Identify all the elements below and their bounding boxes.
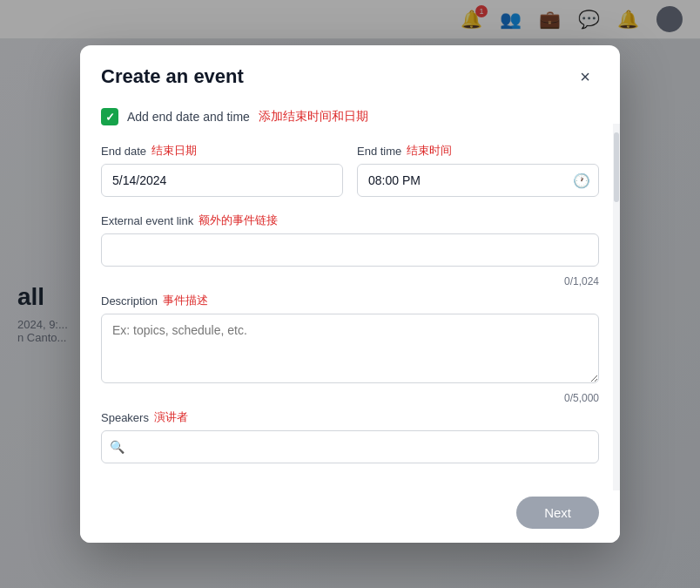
- speakers-search-wrapper: 🔍: [101, 430, 599, 463]
- end-time-group: End time 结束时间 🕐: [357, 143, 599, 197]
- external-link-group: External event link 额外的事件链接 0/1,024: [101, 213, 599, 287]
- next-button[interactable]: Next: [516, 497, 599, 529]
- end-date-label-zh: 结束日期: [151, 143, 197, 159]
- description-label: Description 事件描述: [101, 293, 599, 308]
- add-end-date-label-zh: 添加结束时间和日期: [259, 109, 368, 125]
- description-group: Description 事件描述 0/5,000: [101, 293, 599, 404]
- speakers-search-input[interactable]: [101, 430, 599, 463]
- scroll-thumb: [614, 132, 619, 202]
- description-textarea[interactable]: [101, 314, 599, 383]
- external-link-char-count: 0/1,024: [101, 275, 599, 287]
- modal-overlay: Create an event × Add end date and time …: [0, 0, 700, 588]
- speakers-label-zh: 演讲者: [154, 409, 188, 425]
- scrollbar[interactable]: [613, 124, 620, 490]
- end-date-group: End date 结束日期: [101, 143, 343, 197]
- external-link-label: External event link 额外的事件链接: [101, 213, 599, 228]
- description-label-zh: 事件描述: [163, 293, 208, 308]
- speakers-label: Speakers 演讲者: [101, 409, 599, 425]
- close-button[interactable]: ×: [571, 63, 599, 91]
- search-icon: 🔍: [110, 440, 125, 454]
- modal-footer: Next: [80, 486, 620, 543]
- external-link-input[interactable]: [101, 233, 599, 267]
- modal-title: Create an event: [101, 65, 244, 88]
- external-link-label-zh: 额外的事件链接: [199, 213, 278, 228]
- end-datetime-row: End date 结束日期 End time 结束时间 🕐: [101, 143, 599, 197]
- add-end-date-checkbox[interactable]: [101, 108, 118, 125]
- end-time-input[interactable]: [357, 164, 599, 197]
- end-date-label: End date 结束日期: [101, 143, 343, 159]
- end-time-label-zh: 结束时间: [407, 143, 452, 159]
- add-end-date-label-en: Add end date and time: [127, 110, 250, 124]
- create-event-modal: Create an event × Add end date and time …: [80, 45, 620, 543]
- add-end-date-row: Add end date and time 添加结束时间和日期: [101, 105, 599, 125]
- speakers-group: Speakers 演讲者 🔍: [101, 409, 599, 463]
- modal-header: Create an event ×: [80, 45, 620, 105]
- description-char-count: 0/5,000: [101, 392, 599, 404]
- end-time-label: End time 结束时间: [357, 143, 599, 159]
- end-date-input[interactable]: [101, 164, 343, 197]
- end-time-wrapper: 🕐: [357, 164, 599, 197]
- modal-body: Add end date and time 添加结束时间和日期 End date…: [80, 105, 620, 486]
